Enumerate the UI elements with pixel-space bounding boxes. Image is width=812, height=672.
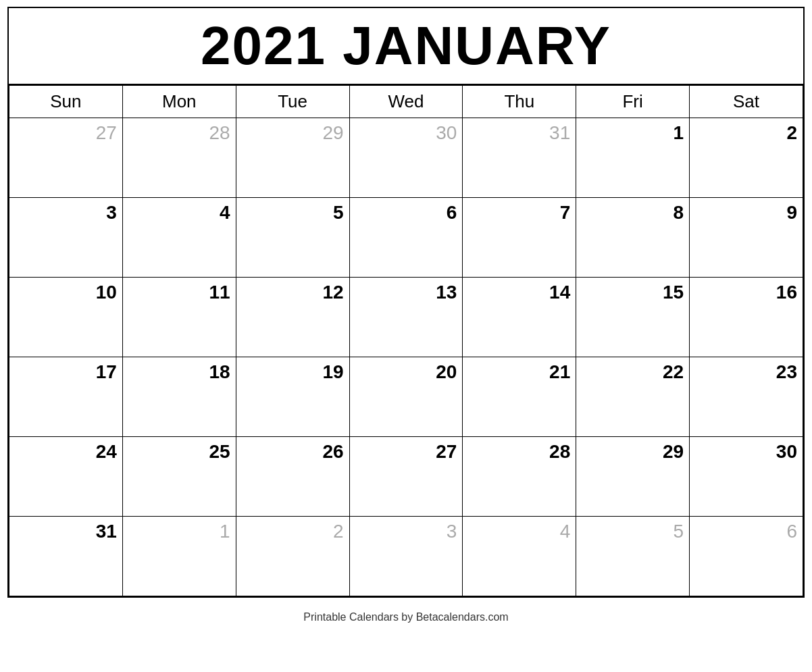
- calendar-day-cell: 27: [349, 437, 463, 517]
- calendar-day-cell: 14: [463, 278, 576, 357]
- calendar-grid: SunMonTueWedThuFriSat 272829303112345678…: [9, 85, 803, 596]
- calendar-day-cell: 12: [236, 278, 349, 357]
- calendar-day-cell: 20: [349, 357, 463, 437]
- calendar-week-row: 31123456: [9, 517, 803, 596]
- calendar-day-cell: 29: [236, 118, 349, 198]
- calendar-day-cell: 2: [690, 118, 803, 198]
- calendar-week-row: 10111213141516: [9, 278, 803, 357]
- day-of-week-header: Sat: [690, 86, 803, 118]
- calendar-day-cell: 13: [349, 278, 463, 357]
- calendar-day-cell: 18: [122, 357, 236, 437]
- calendar-day-cell: 5: [576, 517, 690, 596]
- calendar-week-row: 17181920212223: [9, 357, 803, 437]
- calendar-day-cell: 8: [576, 198, 690, 278]
- days-of-week-row: SunMonTueWedThuFriSat: [9, 86, 803, 118]
- calendar-day-cell: 22: [576, 357, 690, 437]
- calendar-day-cell: 5: [236, 198, 349, 278]
- calendar-container: 2021 JANUARY SunMonTueWedThuFriSat 27282…: [7, 7, 805, 598]
- calendar-day-cell: 31: [9, 517, 123, 596]
- calendar-day-cell: 2: [236, 517, 349, 596]
- calendar-day-cell: 29: [576, 437, 690, 517]
- calendar-day-cell: 28: [463, 437, 576, 517]
- calendar-week-row: 272829303112: [9, 118, 803, 198]
- calendar-day-cell: 31: [463, 118, 576, 198]
- day-of-week-header: Thu: [463, 86, 576, 118]
- day-of-week-header: Mon: [122, 86, 236, 118]
- calendar-day-cell: 3: [349, 517, 463, 596]
- calendar-day-cell: 28: [122, 118, 236, 198]
- calendar-day-cell: 19: [236, 357, 349, 437]
- calendar-day-cell: 10: [9, 278, 123, 357]
- calendar-day-cell: 3: [9, 198, 123, 278]
- calendar-week-row: 24252627282930: [9, 437, 803, 517]
- day-of-week-header: Wed: [349, 86, 463, 118]
- calendar-body: 2728293031123456789101112131415161718192…: [9, 118, 803, 596]
- calendar-day-cell: 9: [690, 198, 803, 278]
- calendar-week-row: 3456789: [9, 198, 803, 278]
- calendar-day-cell: 6: [690, 517, 803, 596]
- day-of-week-header: Tue: [236, 86, 349, 118]
- calendar-day-cell: 16: [690, 278, 803, 357]
- calendar-day-cell: 26: [236, 437, 349, 517]
- calendar-day-cell: 27: [9, 118, 123, 198]
- calendar-day-cell: 1: [576, 118, 690, 198]
- day-of-week-header: Fri: [576, 86, 690, 118]
- calendar-day-cell: 25: [122, 437, 236, 517]
- calendar-day-cell: 23: [690, 357, 803, 437]
- calendar-day-cell: 1: [122, 517, 236, 596]
- calendar-day-cell: 4: [122, 198, 236, 278]
- calendar-day-cell: 30: [349, 118, 463, 198]
- calendar-day-cell: 21: [463, 357, 576, 437]
- calendar-day-cell: 30: [690, 437, 803, 517]
- calendar-day-cell: 17: [9, 357, 123, 437]
- calendar-day-cell: 15: [576, 278, 690, 357]
- calendar-day-cell: 6: [349, 198, 463, 278]
- calendar-title: 2021 JANUARY: [9, 8, 803, 85]
- day-of-week-header: Sun: [9, 86, 123, 118]
- calendar-footer: Printable Calendars by Betacalendars.com: [303, 604, 508, 630]
- calendar-day-cell: 24: [9, 437, 123, 517]
- calendar-day-cell: 11: [122, 278, 236, 357]
- calendar-day-cell: 4: [463, 517, 576, 596]
- calendar-day-cell: 7: [463, 198, 576, 278]
